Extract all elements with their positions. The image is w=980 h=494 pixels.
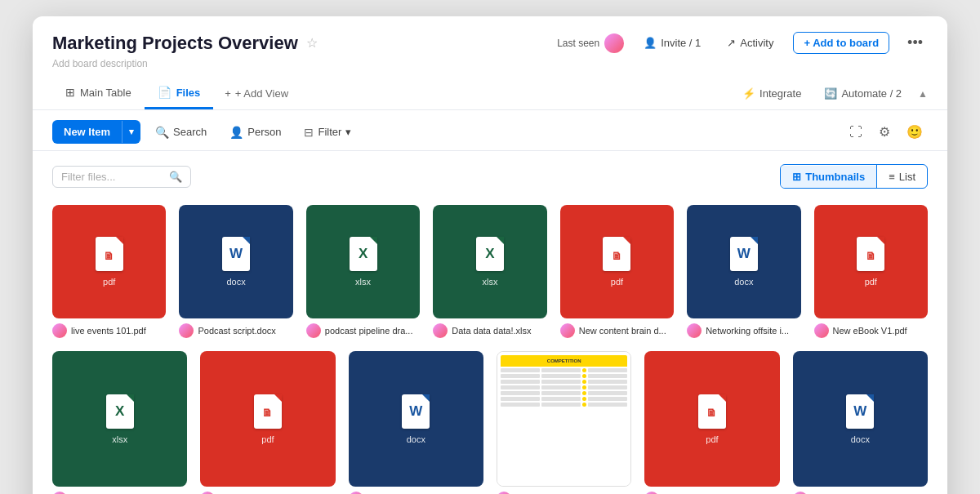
file-type-label: docx — [227, 277, 246, 287]
avatar — [306, 323, 321, 338]
toolbar-right: ⛶ ⚙ 🙂 — [844, 121, 928, 143]
cell — [541, 403, 581, 407]
more-options-button[interactable]: ••• — [902, 31, 928, 55]
file-item[interactable]: X xlsx Data data data!.xlsx — [433, 205, 546, 338]
new-item-button[interactable]: New Item ▾ — [52, 120, 140, 144]
last-seen: Last seen — [557, 33, 624, 53]
filter-icon: ⊟ — [304, 126, 314, 139]
screenshot-row — [501, 391, 627, 395]
screenshot-row — [501, 380, 627, 384]
collapse-icon[interactable]: ▲ — [918, 88, 928, 100]
cell — [541, 368, 581, 372]
pdf-icon-symbol: 🗎 — [262, 407, 273, 419]
file-name-row: podcast pipeline dra... — [306, 323, 420, 338]
tabs-row: ⊞ Main Table 📄 Files + + Add View ⚡ Inte… — [52, 78, 928, 109]
screenshot-rows — [501, 368, 627, 407]
settings-icon[interactable]: ⚙ — [874, 121, 895, 143]
doc-page: W — [730, 237, 758, 271]
invite-button[interactable]: 👤 Invite / 1 — [637, 33, 707, 52]
screenshot-row — [501, 368, 627, 372]
tab-files[interactable]: 📄 Files — [145, 78, 214, 109]
filter-input[interactable] — [61, 171, 164, 183]
file-type-label: docx — [734, 277, 753, 287]
doc-page: X — [476, 237, 504, 271]
file-item[interactable]: 🗎 pdf live events 101.pdf — [52, 205, 166, 338]
file-type-label: pdf — [611, 277, 623, 287]
file-type-label: pdf — [103, 277, 115, 287]
file-item[interactable]: W docx New campaign logo ... — [349, 351, 483, 494]
file-item[interactable]: W docx Conversion rates out... — [793, 351, 928, 494]
file-name: Podcast script.docx — [198, 326, 275, 336]
doc-letter-icon: X — [485, 246, 494, 262]
file-name: New eBook V1.pdf — [833, 326, 907, 336]
filter-button[interactable]: ⊟ Filter ▾ — [296, 121, 359, 144]
content-area: 🔍 ⊞ Thumbnails ≡ List 🗎 pdf live — [33, 151, 947, 494]
file-item[interactable]: X xlsx podcast pipeline dra... — [306, 205, 420, 338]
dot — [582, 380, 586, 384]
tab-main-table[interactable]: ⊞ Main Table — [52, 78, 145, 109]
star-icon[interactable]: ☆ — [306, 35, 318, 51]
fold-icon — [623, 237, 630, 244]
cell — [501, 374, 540, 378]
tabs-right: ⚡ Integrate 🔄 Automate / 2 ▲ — [736, 84, 928, 103]
doc-page: 🗎 — [698, 394, 726, 429]
file-name: podcast pipeline dra... — [325, 326, 413, 336]
fold-icon — [719, 394, 726, 402]
dot — [582, 391, 586, 395]
activity-button[interactable]: ↗ Activity — [720, 33, 780, 52]
person-filter-icon: 👤 — [229, 126, 243, 139]
file-item[interactable]: W docx Podcast script.docx — [179, 205, 292, 338]
cell — [501, 397, 540, 401]
file-item[interactable]: W docx Networking offsite i... — [687, 205, 800, 338]
screenshot-row — [501, 397, 627, 401]
add-to-board-button[interactable]: + Add to board — [793, 32, 889, 54]
board-description[interactable]: Add board description — [52, 58, 928, 69]
board-title: Marketing Projects Overview — [52, 33, 298, 54]
expand-icon[interactable]: ⛶ — [844, 122, 867, 143]
file-item[interactable]: X xlsx Competitor outline d... — [52, 351, 187, 494]
avatar — [604, 33, 624, 53]
file-name: Networking offsite i... — [706, 326, 789, 336]
screenshot-row — [501, 374, 627, 378]
file-grid-row2: X xlsx Competitor outline d... 🗎 pdf UX_… — [52, 351, 928, 494]
file-type-label: xlsx — [112, 434, 127, 444]
list-icon: ≡ — [889, 171, 895, 183]
person-filter-button[interactable]: 👤 Person — [221, 121, 289, 144]
doc-page: 🗎 — [603, 237, 630, 271]
file-name-row: New content brain d... — [560, 323, 674, 338]
automate-button[interactable]: 🔄 Automate / 2 — [817, 84, 908, 103]
cell — [541, 397, 581, 401]
integrate-button[interactable]: ⚡ Integrate — [736, 84, 808, 103]
pdf-icon-symbol: 🗎 — [866, 250, 876, 262]
pdf-icon-symbol: 🗎 — [612, 250, 622, 262]
file-item[interactable]: 🗎 pdf New eBook V1.pdf — [814, 205, 928, 338]
view-toggle: ⊞ Thumbnails ≡ List — [780, 164, 928, 189]
dot — [582, 368, 586, 372]
dot — [582, 374, 586, 378]
avatar — [814, 323, 829, 338]
add-view-tab[interactable]: + + Add View — [213, 79, 300, 108]
screenshot-row — [501, 403, 627, 407]
file-name: Data data data!.xlsx — [452, 326, 531, 336]
file-item[interactable]: 🗎 pdf Landing page outlin... — [644, 351, 779, 494]
file-icon: 📄 — [158, 86, 172, 99]
avatar — [687, 323, 702, 338]
filter-row: 🔍 ⊞ Thumbnails ≡ List — [52, 164, 928, 189]
file-item[interactable]: 🗎 pdf UX_UI changes.pdf — [200, 351, 335, 494]
table-icon: ⊞ — [65, 86, 75, 99]
dot — [582, 397, 586, 401]
list-view-button[interactable]: ≡ List — [877, 166, 927, 188]
cell — [588, 374, 627, 378]
tabs-left: ⊞ Main Table 📄 Files + + Add View — [52, 78, 300, 109]
doc-letter-icon: W — [853, 403, 866, 420]
file-item[interactable]: 🗎 pdf New content brain d... — [560, 205, 674, 338]
thumbnails-view-button[interactable]: ⊞ Thumbnails — [781, 166, 876, 188]
fold-icon — [877, 237, 884, 244]
file-item[interactable]: COMPETITION — [497, 351, 631, 494]
cell — [541, 385, 581, 389]
new-item-dropdown-arrow[interactable]: ▾ — [122, 121, 140, 143]
emoji-icon[interactable]: 🙂 — [902, 121, 928, 143]
file-name-row: Podcast script.docx — [179, 323, 292, 338]
search-button[interactable]: 🔍 Search — [147, 121, 215, 144]
cell — [588, 397, 627, 401]
